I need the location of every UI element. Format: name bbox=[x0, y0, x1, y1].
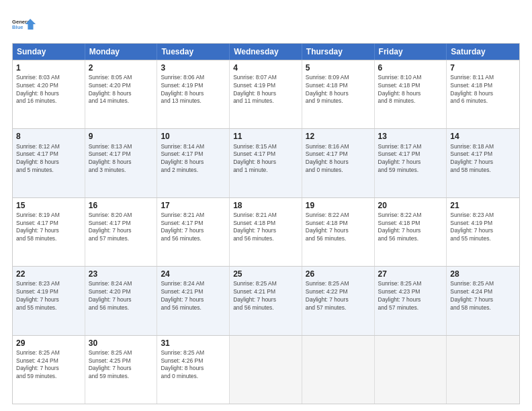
cal-header-friday: Friday bbox=[375, 44, 447, 60]
cell-info: Sunrise: 8:05 AMSunset: 4:20 PMDaylight:… bbox=[89, 74, 154, 105]
cell-info: Sunrise: 8:10 AMSunset: 4:18 PMDaylight:… bbox=[378, 74, 443, 105]
day-number: 30 bbox=[89, 338, 154, 349]
cell-info: Sunrise: 8:22 AMSunset: 4:18 PMDaylight:… bbox=[378, 212, 443, 243]
cell-info: Sunrise: 8:11 AMSunset: 4:18 PMDaylight:… bbox=[450, 74, 516, 105]
cell-info: Sunrise: 8:23 AMSunset: 4:19 PMDaylight:… bbox=[16, 280, 81, 312]
day-number: 9 bbox=[89, 131, 154, 142]
cell-info: Sunrise: 8:03 AMSunset: 4:20 PMDaylight:… bbox=[16, 74, 81, 105]
day-number: 8 bbox=[16, 131, 81, 142]
day-number: 13 bbox=[378, 131, 443, 142]
cell-info: Sunrise: 8:21 AMSunset: 4:17 PMDaylight:… bbox=[161, 212, 226, 243]
cal-cell: 26Sunrise: 8:25 AMSunset: 4:22 PMDayligh… bbox=[302, 267, 375, 334]
cal-cell: 11Sunrise: 8:15 AMSunset: 4:17 PMDayligh… bbox=[230, 129, 302, 197]
cell-info: Sunrise: 8:20 AMSunset: 4:17 PMDaylight:… bbox=[89, 212, 154, 243]
cell-info: Sunrise: 8:25 AMSunset: 4:22 PMDaylight:… bbox=[306, 280, 371, 312]
day-number: 2 bbox=[89, 62, 154, 73]
cal-cell: 30Sunrise: 8:25 AMSunset: 4:25 PMDayligh… bbox=[85, 336, 158, 404]
day-number: 11 bbox=[233, 131, 298, 142]
cell-info: Sunrise: 8:23 AMSunset: 4:19 PMDaylight:… bbox=[450, 212, 516, 243]
cal-cell: 3Sunrise: 8:06 AMSunset: 4:19 PMDaylight… bbox=[157, 60, 230, 128]
cal-header-wednesday: Wednesday bbox=[230, 44, 302, 60]
cal-cell: 25Sunrise: 8:25 AMSunset: 4:21 PMDayligh… bbox=[230, 267, 302, 334]
day-number: 18 bbox=[233, 200, 298, 211]
cell-info: Sunrise: 8:17 AMSunset: 4:17 PMDaylight:… bbox=[378, 143, 443, 175]
day-number: 16 bbox=[89, 200, 154, 211]
cal-row-3: 22Sunrise: 8:23 AMSunset: 4:19 PMDayligh… bbox=[13, 266, 519, 334]
day-number: 29 bbox=[16, 338, 81, 349]
cal-cell: 19Sunrise: 8:22 AMSunset: 4:18 PMDayligh… bbox=[302, 198, 375, 266]
day-number: 7 bbox=[450, 62, 516, 73]
day-number: 4 bbox=[233, 62, 298, 73]
cal-cell: 29Sunrise: 8:25 AMSunset: 4:24 PMDayligh… bbox=[13, 336, 85, 404]
cell-info: Sunrise: 8:07 AMSunset: 4:19 PMDaylight:… bbox=[233, 74, 298, 105]
day-number: 3 bbox=[161, 62, 226, 73]
cell-info: Sunrise: 8:24 AMSunset: 4:21 PMDaylight:… bbox=[161, 280, 226, 312]
cell-info: Sunrise: 8:22 AMSunset: 4:18 PMDaylight:… bbox=[306, 212, 371, 243]
cell-info: Sunrise: 8:25 AMSunset: 4:21 PMDaylight:… bbox=[233, 280, 298, 312]
day-number: 25 bbox=[233, 269, 298, 279]
cal-header-monday: Monday bbox=[85, 44, 158, 60]
cal-cell: 24Sunrise: 8:24 AMSunset: 4:21 PMDayligh… bbox=[157, 267, 230, 334]
day-number: 19 bbox=[306, 200, 371, 211]
cell-info: Sunrise: 8:19 AMSunset: 4:17 PMDaylight:… bbox=[16, 212, 81, 243]
cal-cell: 2Sunrise: 8:05 AMSunset: 4:20 PMDaylight… bbox=[85, 60, 158, 128]
cell-info: Sunrise: 8:25 AMSunset: 4:23 PMDaylight:… bbox=[378, 280, 443, 312]
cal-cell bbox=[302, 336, 375, 404]
cell-info: Sunrise: 8:12 AMSunset: 4:17 PMDaylight:… bbox=[16, 143, 81, 175]
cal-cell bbox=[447, 336, 519, 404]
day-number: 22 bbox=[16, 269, 81, 279]
cal-cell bbox=[375, 336, 447, 404]
cal-cell: 31Sunrise: 8:25 AMSunset: 4:26 PMDayligh… bbox=[157, 336, 230, 404]
cal-cell: 27Sunrise: 8:25 AMSunset: 4:23 PMDayligh… bbox=[375, 267, 447, 334]
cal-header-tuesday: Tuesday bbox=[157, 44, 230, 60]
cal-cell: 14Sunrise: 8:18 AMSunset: 4:17 PMDayligh… bbox=[447, 129, 519, 197]
cal-row-2: 15Sunrise: 8:19 AMSunset: 4:17 PMDayligh… bbox=[13, 197, 519, 266]
calendar-header-row: SundayMondayTuesdayWednesdayThursdayFrid… bbox=[13, 44, 519, 60]
day-number: 23 bbox=[89, 269, 154, 279]
cell-info: Sunrise: 8:21 AMSunset: 4:18 PMDaylight:… bbox=[233, 212, 298, 243]
cell-info: Sunrise: 8:25 AMSunset: 4:25 PMDaylight:… bbox=[89, 349, 154, 381]
day-number: 21 bbox=[450, 200, 516, 211]
day-number: 20 bbox=[378, 200, 443, 211]
cal-row-4: 29Sunrise: 8:25 AMSunset: 4:24 PMDayligh… bbox=[13, 335, 519, 404]
cell-info: Sunrise: 8:25 AMSunset: 4:26 PMDaylight:… bbox=[161, 349, 226, 381]
day-number: 1 bbox=[16, 62, 81, 73]
cal-header-sunday: Sunday bbox=[13, 44, 85, 60]
day-number: 24 bbox=[161, 269, 226, 279]
svg-text:Blue: Blue bbox=[12, 24, 24, 30]
cal-cell: 18Sunrise: 8:21 AMSunset: 4:18 PMDayligh… bbox=[230, 198, 302, 266]
cal-cell: 7Sunrise: 8:11 AMSunset: 4:18 PMDaylight… bbox=[447, 60, 519, 128]
day-number: 27 bbox=[378, 269, 443, 279]
cal-cell: 28Sunrise: 8:25 AMSunset: 4:24 PMDayligh… bbox=[447, 267, 519, 334]
day-number: 6 bbox=[378, 62, 443, 73]
cal-cell: 6Sunrise: 8:10 AMSunset: 4:18 PMDaylight… bbox=[375, 60, 447, 128]
cal-cell: 13Sunrise: 8:17 AMSunset: 4:17 PMDayligh… bbox=[375, 129, 447, 197]
cal-cell bbox=[230, 336, 302, 404]
cell-info: Sunrise: 8:13 AMSunset: 4:17 PMDaylight:… bbox=[89, 143, 154, 175]
cal-header-saturday: Saturday bbox=[447, 44, 519, 60]
cal-cell: 16Sunrise: 8:20 AMSunset: 4:17 PMDayligh… bbox=[85, 198, 158, 266]
day-number: 5 bbox=[306, 62, 371, 73]
cell-info: Sunrise: 8:16 AMSunset: 4:17 PMDaylight:… bbox=[306, 143, 371, 175]
cal-cell: 17Sunrise: 8:21 AMSunset: 4:17 PMDayligh… bbox=[157, 198, 230, 266]
cal-cell: 10Sunrise: 8:14 AMSunset: 4:17 PMDayligh… bbox=[157, 129, 230, 197]
cal-cell: 12Sunrise: 8:16 AMSunset: 4:17 PMDayligh… bbox=[302, 129, 375, 197]
day-number: 15 bbox=[16, 200, 81, 211]
cal-row-1: 8Sunrise: 8:12 AMSunset: 4:17 PMDaylight… bbox=[13, 128, 519, 197]
cal-row-0: 1Sunrise: 8:03 AMSunset: 4:20 PMDaylight… bbox=[13, 60, 519, 128]
cal-cell: 9Sunrise: 8:13 AMSunset: 4:17 PMDaylight… bbox=[85, 129, 158, 197]
cal-cell: 20Sunrise: 8:22 AMSunset: 4:18 PMDayligh… bbox=[375, 198, 447, 266]
cal-header-thursday: Thursday bbox=[302, 44, 375, 60]
cell-info: Sunrise: 8:18 AMSunset: 4:17 PMDaylight:… bbox=[450, 143, 516, 175]
day-number: 17 bbox=[161, 200, 226, 211]
cell-info: Sunrise: 8:25 AMSunset: 4:24 PMDaylight:… bbox=[16, 349, 81, 381]
day-number: 12 bbox=[306, 131, 371, 142]
day-number: 28 bbox=[450, 269, 516, 279]
day-number: 26 bbox=[306, 269, 371, 279]
cell-info: Sunrise: 8:14 AMSunset: 4:17 PMDaylight:… bbox=[161, 143, 226, 175]
day-number: 31 bbox=[161, 338, 226, 349]
cal-cell: 5Sunrise: 8:09 AMSunset: 4:18 PMDaylight… bbox=[302, 60, 375, 128]
logo-icon: GeneralBlue bbox=[12, 12, 36, 36]
cal-cell: 23Sunrise: 8:24 AMSunset: 4:20 PMDayligh… bbox=[85, 267, 158, 334]
cal-cell: 4Sunrise: 8:07 AMSunset: 4:19 PMDaylight… bbox=[230, 60, 302, 128]
